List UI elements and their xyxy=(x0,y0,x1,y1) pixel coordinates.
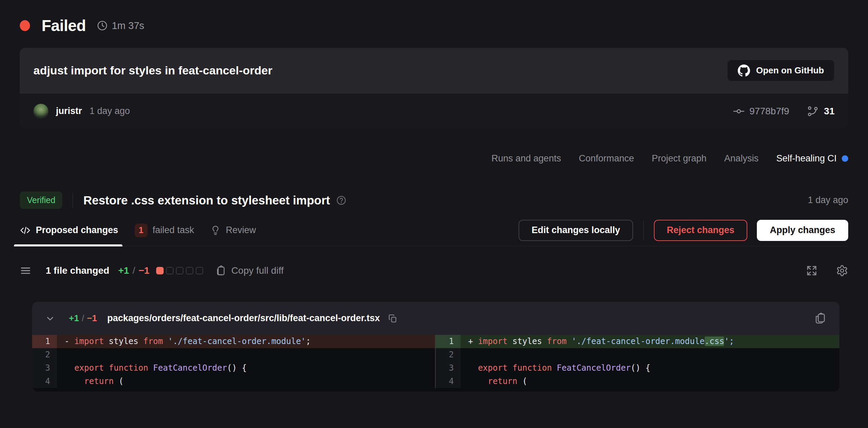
fix-actions: Edit changes locally Reject changes Appl… xyxy=(519,220,848,241)
run-status-label: Failed xyxy=(42,16,86,35)
diff-row: 4 return ( xyxy=(32,375,435,388)
diff-row: 1- import styles from './feat-cancel-ord… xyxy=(32,335,435,348)
line-number: 3 xyxy=(32,361,57,375)
diff-panes: 1- import styles from './feat-cancel-ord… xyxy=(32,335,839,391)
file-additions: +1 xyxy=(69,313,79,324)
expand-icon[interactable] xyxy=(806,265,818,276)
apply-changes-button[interactable]: Apply changes xyxy=(757,220,848,241)
diff-row: 2 xyxy=(436,348,839,361)
line-number: 4 xyxy=(32,375,57,388)
commit-sha[interactable]: 9778b7f9 xyxy=(749,106,789,117)
diff-row: 2 xyxy=(32,348,435,361)
lightbulb-icon xyxy=(210,225,221,236)
diff-row: 1+ import styles from './feat-cancel-ord… xyxy=(436,335,839,348)
line-number: 2 xyxy=(32,348,57,361)
diff-row: 4 return ( xyxy=(436,375,839,388)
branch-count: 31 xyxy=(824,106,835,117)
verified-badge: Verified xyxy=(20,191,62,209)
file-stat-slash: / xyxy=(82,313,84,324)
diff-block-square xyxy=(166,267,174,274)
code-line: - import styles from './feat-cancel-orde… xyxy=(57,335,435,348)
diff-blocks-indicator xyxy=(156,267,203,274)
line-number: 1 xyxy=(32,335,57,348)
stat-slash: / xyxy=(133,265,135,276)
fix-title: Restore .css extension to stylesheet imp… xyxy=(83,194,330,207)
diff-block-square xyxy=(186,267,193,274)
reject-changes-button[interactable]: Reject changes xyxy=(654,220,747,241)
author-name: juristr xyxy=(56,106,82,116)
tab-proposed-changes[interactable]: Proposed changes xyxy=(20,214,118,246)
help-circle-icon[interactable] xyxy=(336,195,346,205)
commit-meta: 9778b7f9 31 xyxy=(733,105,835,117)
diff-file-container: +1 / −1 packages/orders/feat-cancel-orde… xyxy=(32,302,839,391)
chevron-down-icon[interactable] xyxy=(45,313,55,324)
diff-block-square xyxy=(176,267,183,274)
line-number: 1 xyxy=(436,335,461,348)
additions-count: +1 xyxy=(118,265,129,276)
fix-tabbar: Proposed changes 1 failed task Review Ed… xyxy=(20,214,848,246)
commit-title: adjust import for styles in feat-cancel-… xyxy=(33,64,272,77)
files-changed-summary: 1 file changed xyxy=(46,265,109,276)
tab-proposed-changes-label: Proposed changes xyxy=(36,225,118,236)
copy-full-diff-label: Copy full diff xyxy=(231,265,284,276)
divider xyxy=(643,220,644,240)
diff-block-square xyxy=(156,267,164,274)
nav-conformance[interactable]: Conformance xyxy=(579,153,634,164)
avatar xyxy=(33,104,48,119)
run-status-row: Failed 1m 37s xyxy=(20,15,848,36)
nav-self-healing-ci[interactable]: Self-healing CI xyxy=(776,153,848,164)
diff-pane-old: 1- import styles from './feat-cancel-ord… xyxy=(32,335,436,388)
line-number: 4 xyxy=(436,375,461,388)
commit-card: adjust import for styles in feat-cancel-… xyxy=(20,48,848,129)
branch-icon xyxy=(807,105,819,117)
copy-full-diff-button[interactable]: Copy full diff xyxy=(215,265,284,276)
code-line: return ( xyxy=(57,375,435,388)
branch-group[interactable]: 31 xyxy=(807,105,835,117)
code-line: export function FeatCancelOrder() { xyxy=(57,361,435,375)
edit-changes-locally-button[interactable]: Edit changes locally xyxy=(519,220,633,241)
diff-block-square xyxy=(196,267,203,274)
self-healing-ci-page: Failed 1m 37s adjust import for styles i… xyxy=(0,0,868,428)
tab-review-label: Review xyxy=(226,225,256,236)
commit-time: 1 day ago xyxy=(90,106,130,116)
fix-time: 1 day ago xyxy=(808,195,848,205)
diff-toolbar: 1 file changed +1 / −1 Copy full diff xyxy=(20,262,848,279)
code-line xyxy=(461,348,839,361)
tab-review[interactable]: Review xyxy=(210,214,256,246)
open-on-github-button[interactable]: Open on GitHub xyxy=(727,60,835,81)
diff-file-header: +1 / −1 packages/orders/feat-cancel-orde… xyxy=(32,302,839,335)
diff-row: 3 export function FeatCancelOrder() { xyxy=(32,361,435,375)
fix-header: Verified Restore .css extension to style… xyxy=(20,191,848,209)
diff-toolbar-right xyxy=(806,265,848,277)
line-number: 2 xyxy=(436,348,461,361)
diff-row: 3 export function FeatCancelOrder() { xyxy=(436,361,839,375)
file-path: packages/orders/feat-cancel-order/src/li… xyxy=(107,313,380,324)
nav-analysis[interactable]: Analysis xyxy=(724,153,759,164)
line-number: 3 xyxy=(436,361,461,375)
commit-author: juristr 1 day ago xyxy=(33,104,130,119)
divider xyxy=(73,192,73,208)
file-list-menu-icon[interactable] xyxy=(20,265,31,276)
copy-file-diff-icon[interactable] xyxy=(814,312,826,325)
clipboard-icon xyxy=(215,265,226,276)
clock-icon xyxy=(97,20,108,31)
deletions-count: −1 xyxy=(138,265,149,276)
github-icon xyxy=(738,65,750,77)
code-line: return ( xyxy=(461,375,839,388)
copy-icon[interactable] xyxy=(388,314,398,323)
commit-card-subrow: juristr 1 day ago 9778b7f9 31 xyxy=(20,93,848,129)
tab-failed-task-label: failed task xyxy=(153,225,194,236)
tab-failed-task[interactable]: 1 failed task xyxy=(135,214,194,246)
commit-icon xyxy=(733,105,745,117)
workspace-nav: Runs and agents Conformance Project grap… xyxy=(20,151,848,166)
commit-card-header: adjust import for styles in feat-cancel-… xyxy=(20,48,848,93)
notification-dot xyxy=(842,155,848,162)
nav-runs-and-agents[interactable]: Runs and agents xyxy=(492,153,561,164)
failed-count-badge: 1 xyxy=(135,224,148,237)
open-on-github-label: Open on GitHub xyxy=(756,65,824,76)
code-line: export function FeatCancelOrder() { xyxy=(461,361,839,375)
file-deletions: −1 xyxy=(87,313,97,324)
gear-icon[interactable] xyxy=(836,265,848,277)
nav-project-graph[interactable]: Project graph xyxy=(652,153,707,164)
failed-status-dot xyxy=(20,20,30,31)
